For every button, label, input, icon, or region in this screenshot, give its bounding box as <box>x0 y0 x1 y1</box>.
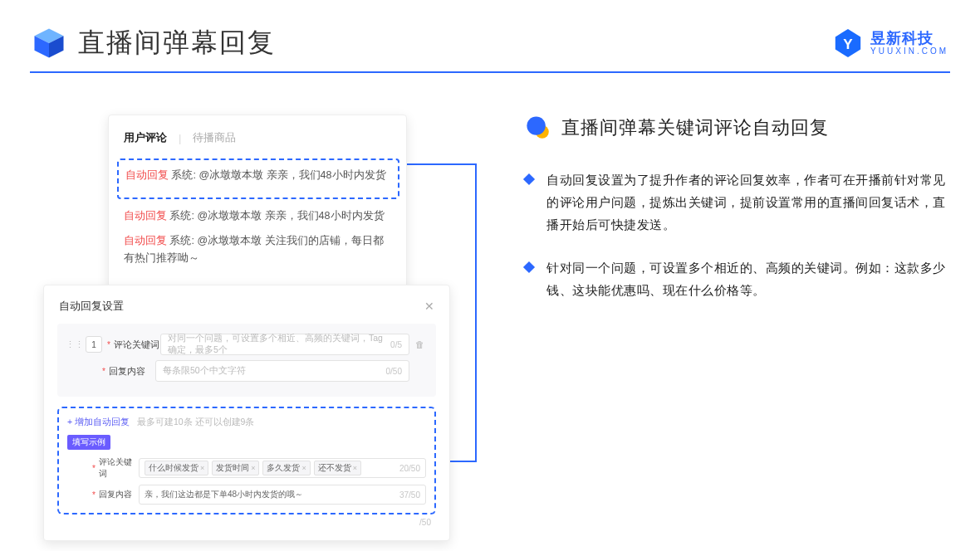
highlighted-comment: 自动回复 系统: @冰墩墩本墩 亲亲，我们48小时内发货 <box>117 158 399 199</box>
index-box: 1 <box>86 336 102 353</box>
placeholder: 每条限50个中文字符 <box>163 365 246 377</box>
char-count: 37/50 <box>399 490 420 500</box>
bullet-text: 针对同一个问题，可设置多个相近的、高频的关键词。例如：这款多少钱、这块能优惠吗、… <box>546 257 950 302</box>
left-column: 用户评论 | 待播商品 自动回复 系统: @冰墩墩本墩 亲亲，我们48小时内发货… <box>43 115 475 541</box>
sample-kw-label: 评论关键词 <box>99 456 139 480</box>
sample-keyword-input[interactable]: 什么时候发货×发货时间×多久发货×还不发货× 20/50 <box>139 458 426 478</box>
tab-separator: | <box>179 132 181 144</box>
example-badge: 填写示例 <box>67 435 110 450</box>
right-column: 直播间弹幕关键词评论自动回复 自动回复设置为了提升作者的评论回复效率，作者可在开… <box>475 115 950 541</box>
brand-logo-icon: Y <box>832 27 864 59</box>
close-icon[interactable]: ✕ <box>424 300 434 313</box>
diamond-icon <box>523 261 535 273</box>
tab-user-comments[interactable]: 用户评论 <box>124 130 167 145</box>
tag-list: 什么时候发货×发货时间×多久发货×还不发货× <box>145 461 365 475</box>
svg-text:Y: Y <box>843 37 853 52</box>
placeholder: 对同一个问题，可设置多个相近、高频的关键词，Tag确定，最多5个 <box>168 333 390 356</box>
sample-reply-label: 回复内容 <box>99 489 139 500</box>
remove-tag-icon[interactable]: × <box>301 464 306 472</box>
delete-icon[interactable]: 🗑 <box>409 339 429 349</box>
auto-reply-tag: 自动回复 <box>124 235 167 246</box>
cube-icon <box>32 26 66 61</box>
auto-reply-settings-panel: 自动回复设置 ✕ ⋮⋮ 1 * 评论关键词 对同一个问题，可设置多个相近、高频的… <box>43 285 450 541</box>
bullet-item: 自动回复设置为了提升作者的评论回复效率，作者可在开播前针对常见的评论用户问题，提… <box>525 169 950 236</box>
comment-text: @冰墩墩本墩 亲亲，我们48小时内发货 <box>198 169 385 181</box>
svg-point-5 <box>527 116 545 134</box>
tag-chip[interactable]: 发货时间× <box>212 461 259 475</box>
keyword-input[interactable]: 对同一个问题，可设置多个相近、高频的关键词，Tag确定，最多5个 0/5 <box>160 334 409 355</box>
char-count: 0/50 <box>386 367 402 376</box>
bullet-item: 针对同一个问题，可设置多个相近的、高频的关键词。例如：这款多少钱、这块能优惠吗、… <box>525 257 950 302</box>
sys-label: 系统: <box>169 235 194 246</box>
remove-tag-icon[interactable]: × <box>251 464 255 472</box>
sample-reply-value: 亲，我们这边都是下单48小时内发货的哦～ <box>145 489 303 500</box>
comment-panel: 用户评论 | 待播商品 自动回复 系统: @冰墩墩本墩 亲亲，我们48小时内发货… <box>108 115 407 291</box>
auto-reply-tag: 自动回复 <box>124 210 167 222</box>
tab-pending-products[interactable]: 待播商品 <box>193 130 236 145</box>
auto-reply-tag: 自动回复 <box>125 169 169 181</box>
char-count: 20/50 <box>399 464 420 473</box>
comment-text: @冰墩墩本墩 亲亲，我们48小时内发货 <box>197 210 384 222</box>
reply-input[interactable]: 每条限50个中文字符 0/50 <box>155 360 409 382</box>
connector-line <box>407 163 477 165</box>
section-title: 直播间弹幕关键词评论自动回复 <box>561 115 829 140</box>
settings-title: 自动回复设置 <box>59 299 424 314</box>
bullet-text: 自动回复设置为了提升作者的评论回复效率，作者可在开播前针对常见的评论用户问题，提… <box>546 169 950 236</box>
sample-reply-input[interactable]: 亲，我们这边都是下单48小时内发货的哦～ 37/50 <box>139 485 426 505</box>
slide-header: 直播间弹幕回复 Y 昱新科技 YUUXIN.COM <box>0 0 980 71</box>
remove-tag-icon[interactable]: × <box>200 464 204 472</box>
tag-chip[interactable]: 什么时候发货× <box>145 461 208 475</box>
required-star: * <box>107 340 110 349</box>
remove-tag-icon[interactable]: × <box>353 464 357 472</box>
char-count: 0/5 <box>390 340 402 349</box>
required-star: * <box>92 464 96 473</box>
sys-label: 系统: <box>171 169 195 181</box>
required-star: * <box>92 490 96 500</box>
diamond-icon <box>523 173 535 185</box>
chat-bubble-icon <box>525 115 551 141</box>
tag-chip[interactable]: 还不发货× <box>314 461 361 475</box>
add-auto-reply-link[interactable]: + 增加自动回复 最多可建10条 还可以创建9条 <box>67 417 426 428</box>
keyword-label: 评论关键词 <box>114 339 160 351</box>
page-title: 直播间弹幕回复 <box>78 25 276 61</box>
brand-sub: YUUXIN.COM <box>870 47 948 56</box>
example-block: + 增加自动回复 最多可建10条 还可以创建9条 填写示例 * 评论关键词 什么… <box>57 407 436 514</box>
connector-line <box>475 163 477 461</box>
drag-handle-icon[interactable]: ⋮⋮ <box>64 339 86 350</box>
required-star: * <box>102 367 105 376</box>
sys-label: 系统: <box>169 210 194 222</box>
tag-chip[interactable]: 多久发货× <box>262 461 310 475</box>
brand-block: Y 昱新科技 YUUXIN.COM <box>832 27 948 59</box>
brand-name: 昱新科技 <box>870 31 948 46</box>
outer-count: /50 <box>57 514 436 527</box>
reply-label: 回复内容 <box>109 365 155 378</box>
add-hint: 最多可建10条 还可以创建9条 <box>137 417 254 427</box>
